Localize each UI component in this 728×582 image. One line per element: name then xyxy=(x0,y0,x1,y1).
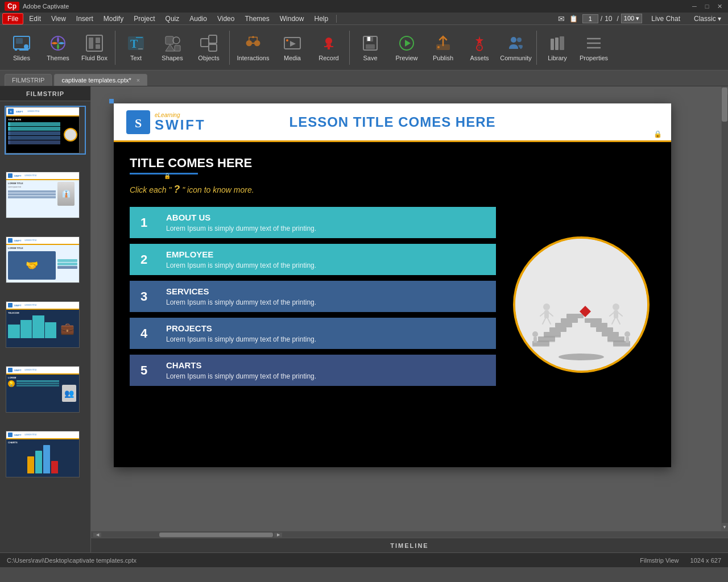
resize-handle-tl[interactable] xyxy=(109,99,114,103)
list-content-5: CHARTS Lorem Ipsum is simply dummy text … xyxy=(158,355,496,386)
slide-thumb-1[interactable]: S SWIFT LESSON TITLE TITLE HERE xyxy=(5,106,86,155)
minimize-button[interactable]: ─ xyxy=(690,2,698,10)
slide-thumb-5[interactable]: SWIFT LESSON TITLE LOREM 💡 xyxy=(5,365,86,414)
svg-rect-45 xyxy=(560,36,564,50)
toolbar-publish[interactable]: Publish xyxy=(426,28,460,67)
list-item-3: 3 SERVICES Lorem Ipsum is simply dummy t… xyxy=(130,281,496,312)
svg-rect-29 xyxy=(324,46,333,47)
close-button[interactable]: ✕ xyxy=(715,2,723,10)
timeline-label: TIMELINE xyxy=(390,542,428,549)
interactions-icon xyxy=(244,34,262,52)
scrollbar-thumb[interactable] xyxy=(722,88,727,122)
menu-quiz[interactable]: Quiz xyxy=(161,14,184,24)
svg-rect-61 xyxy=(602,332,619,336)
svg-rect-7 xyxy=(89,38,93,49)
svg-rect-86 xyxy=(626,337,629,343)
menu-video[interactable]: Video xyxy=(213,14,239,24)
toolbar-properties[interactable]: Properties xyxy=(577,28,611,67)
menu-modify[interactable]: Modify xyxy=(99,14,128,24)
list-item-2: 2 EMPLOYEE Lorem Ipsum is simply dummy t… xyxy=(130,244,496,275)
slide-thumb-6[interactable]: SWIFT LESSON TITLE CHARTS xyxy=(5,430,86,479)
scrollbar-right-arrow[interactable]: ▶ xyxy=(274,533,282,537)
menu-icon2[interactable]: 📋 xyxy=(569,15,578,23)
zoom-select[interactable]: 100 ▾ xyxy=(621,14,642,23)
maximize-button[interactable]: □ xyxy=(703,2,711,10)
slide-2-thumb[interactable]: SWIFT LESSON TITLE LOREM TITLE Lorem ips… xyxy=(5,171,86,219)
menu-help[interactable]: Help xyxy=(309,14,333,24)
toolbar-text[interactable]: T Text xyxy=(119,28,153,67)
toolbar-shapes[interactable]: Shapes xyxy=(155,28,189,67)
live-chat-button[interactable]: Live Chat xyxy=(647,14,685,24)
scrollbar-h-thumb[interactable] xyxy=(159,533,273,537)
slide-thumb-2[interactable]: SWIFT LESSON TITLE LOREM TITLE Lorem ips… xyxy=(5,171,86,219)
toolbar: Slides Themes Fluid Box T Text Shapes Ob… xyxy=(0,25,728,70)
svg-point-21 xyxy=(246,40,253,46)
toolbar-record[interactable]: Record xyxy=(312,28,346,67)
menu-project[interactable]: Project xyxy=(129,14,159,24)
menu-file[interactable]: File xyxy=(2,13,23,24)
header-lock-icon: 🔒 xyxy=(653,130,662,138)
main-layout: FILMSTRIP S SWIFT LESSON TITLE xyxy=(0,86,728,552)
toolbar-objects[interactable]: Objects xyxy=(192,28,226,67)
list-num-3: 3 xyxy=(130,281,158,312)
slide-thumb-3[interactable]: SWIFT LESSON TITLE LOREM TITLE 🤝 xyxy=(5,235,86,284)
svg-point-27 xyxy=(325,38,332,44)
slide-6-thumb[interactable]: SWIFT LESSON TITLE CHARTS xyxy=(5,430,86,479)
properties-icon xyxy=(585,34,603,52)
menu-insert[interactable]: Insert xyxy=(72,14,98,24)
svg-point-42 xyxy=(517,38,522,42)
toolbar-themes[interactable]: Themes xyxy=(41,28,75,67)
message-icon[interactable]: ✉ xyxy=(558,14,565,23)
toolbar-assets[interactable]: ! Assets xyxy=(462,28,497,67)
filmstrip-header: FILMSTRIP xyxy=(0,86,90,101)
canvas-area[interactable]: S eLearning SWIFT LESSON TITLE COMES xyxy=(91,86,721,531)
menu-audio[interactable]: Audio xyxy=(185,14,212,24)
slide-5-thumb[interactable]: SWIFT LESSON TITLE LOREM 💡 xyxy=(5,365,86,414)
svg-rect-62 xyxy=(596,327,613,332)
toolbar-community[interactable]: Community xyxy=(499,28,533,67)
tab-bar: FILMSTRIP captivate templates.cptx* × xyxy=(0,70,728,86)
menu-themes[interactable]: Themes xyxy=(240,14,274,24)
scrollbar-left-arrow[interactable]: ◀ xyxy=(93,533,101,537)
tab-filmstrip[interactable]: FILMSTRIP xyxy=(5,74,52,86)
toolbar-preview[interactable]: Preview xyxy=(390,28,424,67)
slide-1-preview: S SWIFT LESSON TITLE TITLE HERE xyxy=(6,107,80,153)
svg-point-77 xyxy=(613,304,619,310)
menu-view[interactable]: View xyxy=(47,14,71,24)
tab-close-button[interactable]: × xyxy=(136,77,140,84)
toolbar-fluid-box[interactable]: Fluid Box xyxy=(77,28,111,67)
menu-separator xyxy=(336,15,337,23)
fluid-box-icon xyxy=(85,34,104,52)
toolbar-slides[interactable]: Slides xyxy=(5,28,39,67)
slide-thumb-4[interactable]: SWIFT LESSON TITLE TELECOM xyxy=(5,300,86,349)
list-desc-4: Lorem Ipsum is simply dummy text of the … xyxy=(166,335,488,343)
scrollbar-down-arrow[interactable]: ▼ xyxy=(721,523,728,531)
canvas-right-scrollbar[interactable]: ▲ ▼ xyxy=(721,86,728,531)
svg-point-87 xyxy=(559,354,604,360)
tab-file[interactable]: captivate templates.cptx* × xyxy=(54,74,147,86)
slide-title: TITLE COMES HERE xyxy=(130,156,496,171)
svg-rect-17 xyxy=(175,45,180,51)
slide-1-thumb[interactable]: S SWIFT LESSON TITLE TITLE HERE xyxy=(5,106,86,155)
publish-label: Publish xyxy=(433,55,453,61)
svg-rect-18 xyxy=(201,39,209,47)
slide-4-thumb[interactable]: SWIFT LESSON TITLE TELECOM xyxy=(5,300,86,349)
svg-rect-30 xyxy=(328,47,330,49)
svg-rect-20 xyxy=(209,44,217,51)
current-page-input[interactable] xyxy=(582,14,598,23)
classic-button[interactable]: Classic ▾ xyxy=(689,14,726,24)
title-bar: Cp Adobe Captivate ─ □ ✕ xyxy=(0,0,728,13)
toolbar-library[interactable]: Library xyxy=(540,28,574,67)
menu-edit[interactable]: Edit xyxy=(24,14,46,24)
svg-rect-8 xyxy=(96,38,100,43)
slide-3-thumb[interactable]: SWIFT LESSON TITLE LOREM TITLE 🤝 xyxy=(5,235,86,284)
status-bar: C:\Users\ravi\Desktop\captivate template… xyxy=(0,552,728,567)
menu-window[interactable]: Window xyxy=(275,14,309,24)
shapes-icon xyxy=(163,34,181,52)
toolbar-interactions[interactable]: Interactions xyxy=(233,28,273,67)
slide-2-preview: SWIFT LESSON TITLE LOREM TITLE Lorem ips… xyxy=(6,172,80,218)
canvas-bottom-scrollbar[interactable]: ◀ ▶ xyxy=(91,531,728,538)
svg-point-85 xyxy=(624,331,630,337)
toolbar-media[interactable]: Media xyxy=(275,28,309,67)
toolbar-save[interactable]: Save xyxy=(353,28,387,67)
